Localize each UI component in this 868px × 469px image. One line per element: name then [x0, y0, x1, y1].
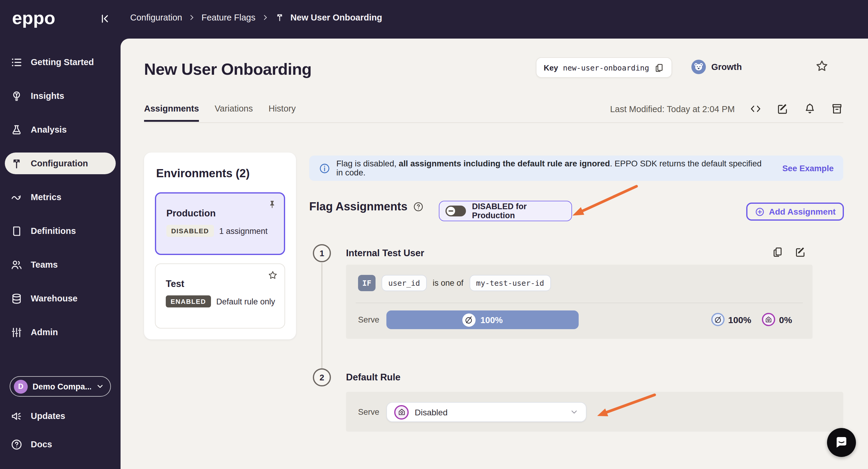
tab-history[interactable]: History — [269, 104, 296, 121]
sidebar-item-metrics[interactable]: Metrics — [0, 186, 121, 208]
sidebar-item-label: Analysis — [31, 125, 67, 134]
environments-card: Environments (2) Production DISABLED 1 a… — [144, 153, 296, 339]
status-badge: DISABLED — [166, 225, 214, 237]
condition-attribute-chip: user_id — [381, 275, 427, 291]
last-modified-text: Last Modified: Today at 2:04 PM — [610, 104, 735, 114]
sidebar-item-teams[interactable]: Teams — [0, 254, 121, 276]
variation-enabled-icon — [711, 313, 724, 326]
environment-card-production[interactable]: Production DISABLED 1 assignment — [155, 192, 285, 255]
chat-bubble-icon — [834, 435, 849, 450]
environment-name: Test — [166, 279, 184, 289]
sidebar-item-label: Getting Started — [31, 57, 94, 67]
favorite-star-icon[interactable] — [815, 59, 829, 73]
trend-line-icon — [10, 191, 23, 204]
add-assignment-button[interactable]: Add Assignment — [746, 202, 844, 221]
sidebar-item-analysis[interactable]: Analysis — [0, 119, 121, 140]
edit-icon[interactable] — [795, 246, 807, 258]
question-circle-icon — [10, 438, 23, 450]
sidebar-item-admin[interactable]: Admin — [0, 321, 121, 343]
sidebar-item-getting-started[interactable]: Getting Started — [0, 51, 121, 73]
lightbulb-icon — [10, 90, 23, 102]
header-actions: Last Modified: Today at 2:04 PM — [610, 102, 843, 115]
sidebar-item-insights[interactable]: Insights — [0, 85, 121, 107]
code-icon[interactable] — [749, 102, 762, 115]
list-icon — [10, 56, 23, 68]
legend-percent: 0% — [779, 314, 792, 324]
copy-icon[interactable] — [654, 62, 664, 73]
flag-split-icon — [275, 13, 284, 22]
key-value: new-user-onboarding — [563, 63, 649, 72]
breadcrumb-feature-flags[interactable]: Feature Flags — [202, 13, 255, 22]
toggle-label: DISABLED for Production — [472, 202, 565, 220]
copy-icon[interactable] — [772, 246, 784, 258]
default-rule-panel: Serve Disabled — [346, 392, 843, 432]
variation-disabled-icon — [394, 405, 409, 419]
sidebar-item-configuration[interactable]: Configuration — [5, 153, 116, 174]
main-content: New User Onboarding Key new-user-onboard… — [121, 39, 868, 469]
environment-detail: Default rule only — [216, 297, 275, 306]
banner-text: Flag is disabled, all assignments includ… — [336, 159, 769, 177]
info-icon — [319, 162, 330, 174]
flag-split-icon — [10, 157, 23, 170]
environment-enable-toggle[interactable]: DISABLED for Production — [439, 201, 572, 221]
sidebar-item-label: Warehouse — [31, 293, 78, 303]
tab-assignments[interactable]: Assignments — [144, 104, 199, 121]
chevron-right-icon — [261, 14, 269, 21]
dropdown-value: Disabled — [415, 407, 564, 417]
sidebar: Getting Started Insights Analysis Config… — [0, 0, 121, 469]
sidebar-item-updates[interactable]: Updates — [0, 405, 121, 427]
bear-team-icon — [691, 60, 706, 74]
legend-percent: 100% — [728, 314, 751, 324]
breadcrumb-configuration[interactable]: Configuration — [130, 13, 182, 22]
users-icon — [10, 258, 23, 271]
flask-icon — [10, 123, 23, 136]
sidebar-item-warehouse[interactable]: Warehouse — [0, 287, 121, 309]
rule-name: Default Rule — [346, 372, 401, 383]
sidebar-item-label: Teams — [31, 260, 58, 270]
status-badge: ENABLED — [166, 295, 211, 307]
team-badge[interactable]: Growth — [691, 60, 742, 74]
sliders-icon — [10, 326, 23, 339]
default-rule-serve-dropdown[interactable]: Disabled — [386, 402, 587, 422]
star-icon[interactable] — [268, 270, 278, 280]
breadcrumb-current-page: New User Onboarding — [290, 13, 382, 22]
edit-icon[interactable] — [776, 102, 789, 115]
megaphone-icon — [10, 410, 23, 422]
account-name: Demo Compa... — [33, 382, 91, 391]
environment-card-test[interactable]: Test ENABLED Default rule only — [155, 263, 285, 329]
bell-icon[interactable] — [804, 102, 816, 115]
flag-key-chip[interactable]: Key new-user-onboarding — [536, 57, 672, 78]
rule-actions — [772, 246, 807, 258]
sidebar-item-definitions[interactable]: Definitions — [0, 220, 121, 242]
key-label: Key — [544, 63, 558, 72]
team-name: Growth — [711, 62, 742, 72]
sidebar-item-label: Updates — [31, 411, 65, 421]
plus-circle-icon — [754, 207, 765, 217]
sidebar-item-label: Definitions — [31, 226, 76, 236]
database-icon — [10, 292, 23, 305]
rule-panel: IF user_id is one of my-test-user-id Ser… — [346, 264, 812, 339]
chevron-right-icon — [188, 14, 195, 21]
page-title: New User Onboarding — [144, 60, 312, 79]
flag-assignments-heading: Flag Assignments — [309, 200, 424, 213]
app-root: eppo Configuration Feature Flags New Use… — [0, 0, 868, 469]
allocation-legend: 100% 0% — [711, 313, 799, 326]
chat-launcher-button[interactable] — [827, 428, 856, 457]
chevron-down-icon — [569, 408, 579, 416]
tab-variations[interactable]: Variations — [215, 104, 253, 121]
serve-allocation-bar[interactable]: 100% — [386, 310, 579, 329]
book-icon — [10, 224, 23, 237]
divider — [355, 303, 803, 303]
see-example-link[interactable]: See Example — [782, 164, 834, 173]
sidebar-item-docs[interactable]: Docs — [0, 433, 121, 455]
breadcrumb: Configuration Feature Flags New User Onb… — [130, 13, 382, 22]
help-icon[interactable] — [413, 201, 424, 212]
condition-value-chip: my-test-user-id — [470, 275, 551, 291]
rule-condition: IF user_id is one of my-test-user-id — [358, 275, 551, 291]
pin-icon[interactable] — [267, 199, 277, 210]
sidebar-item-label: Docs — [31, 439, 52, 449]
serve-label: Serve — [358, 408, 379, 416]
archive-icon[interactable] — [831, 102, 843, 115]
account-switcher[interactable]: D Demo Compa... — [10, 376, 111, 397]
sidebar-item-label: Insights — [31, 91, 64, 101]
